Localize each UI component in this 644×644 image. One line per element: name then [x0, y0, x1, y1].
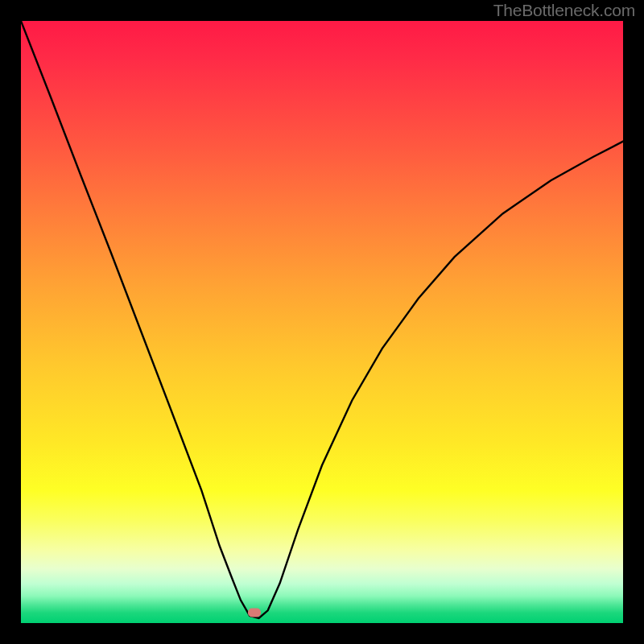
optimum-marker — [248, 609, 261, 617]
bottleneck-curve — [21, 21, 623, 623]
watermark-text: TheBottleneck.com — [493, 1, 635, 20]
plot-area — [21, 21, 623, 623]
